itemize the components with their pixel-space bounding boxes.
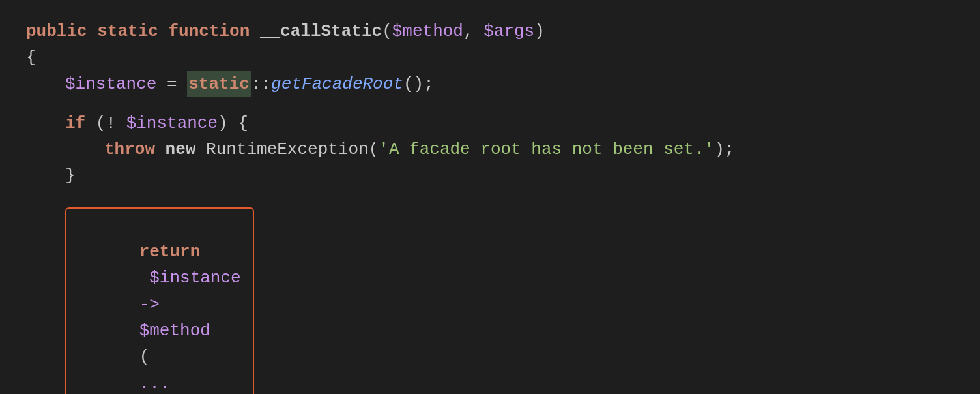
if-close-brace: }	[65, 162, 76, 189]
code-line-9: return $instance -> $method ( ... $args …	[65, 202, 954, 394]
keyword-function: function	[168, 18, 250, 44]
exception-end: );	[714, 136, 734, 162]
call-end: ();	[403, 71, 434, 97]
call-paren-open: (	[139, 347, 150, 367]
code-line-7: }	[65, 162, 954, 189]
code-line-2: {	[26, 44, 954, 70]
param2: $args	[483, 18, 534, 44]
code-line-6: throw new RuntimeException ( 'A facade r…	[104, 136, 954, 162]
keyword-new: new	[155, 136, 206, 162]
keyword-return: return	[139, 242, 201, 262]
param1: $method	[392, 18, 463, 44]
keyword-static: static	[97, 18, 158, 44]
code-block: public static function __callStatic ( $m…	[0, 0, 980, 394]
comma: ,	[463, 18, 483, 44]
spacer-2	[26, 189, 954, 202]
space1	[87, 18, 98, 44]
paren-close: )	[534, 18, 545, 44]
code-line-3: $instance = static :: getFacadeRoot ();	[65, 71, 954, 97]
keyword-static-highlighted: static	[187, 71, 251, 97]
keyword-public: public	[26, 18, 87, 44]
cond-close: ) {	[218, 110, 248, 136]
class-runtime-exception: RuntimeException	[206, 136, 369, 162]
open-brace: {	[26, 44, 36, 70]
spacer-1	[26, 97, 954, 110]
cond-open: (!	[85, 110, 126, 136]
keyword-if: if	[65, 110, 85, 136]
var-method: $method	[139, 321, 210, 341]
exception-paren: (	[369, 136, 379, 162]
highlighted-return-line: return $instance -> $method ( ... $args …	[65, 207, 254, 394]
space3	[250, 18, 260, 44]
code-line-5: if (! $instance ) {	[65, 110, 954, 136]
object-arrow: ->	[139, 295, 160, 314]
keyword-throw: throw	[104, 136, 155, 162]
exception-string: 'A facade root has not been set.'	[379, 136, 714, 162]
method-get-facade-root: getFacadeRoot	[271, 71, 403, 97]
space2	[158, 18, 169, 44]
var-instance-cond: $instance	[126, 110, 218, 136]
double-colon: ::	[251, 71, 271, 97]
code-line-1: public static function __callStatic ( $m…	[26, 18, 954, 44]
var-instance: $instance	[65, 71, 156, 97]
paren-open: (	[382, 18, 392, 44]
spread-operator: ...	[139, 374, 170, 393]
var-instance-return: $instance	[139, 268, 241, 288]
assign-op: =	[156, 71, 187, 97]
function-name: __callStatic	[260, 18, 382, 44]
